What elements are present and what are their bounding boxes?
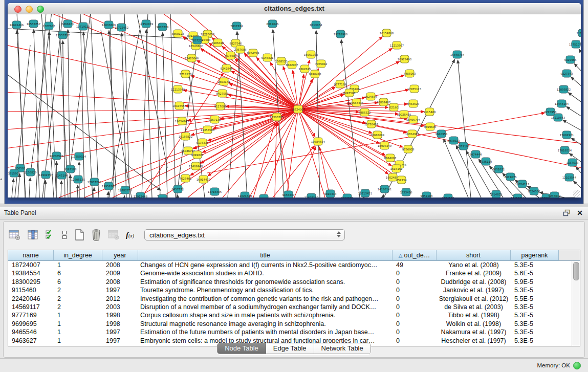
cell-in-degree[interactable]: 1 (54, 320, 102, 328)
graph-node[interactable]: 7914821 (490, 190, 502, 198)
graph-node[interactable]: 62160 (389, 103, 399, 111)
graph-node[interactable]: 19218986 (334, 30, 348, 38)
graph-node[interactable]: 12213349 (171, 85, 185, 93)
graph-node[interactable]: 9115460 (423, 108, 436, 116)
graph-node[interactable]: 7485063 (403, 70, 416, 77)
cell-short[interactable]: Franke et al. (2009) (437, 269, 511, 277)
new-table-icon[interactable] (74, 229, 84, 241)
graph-node[interactable]: 12093822 (557, 85, 571, 93)
column-header-name[interactable]: name (8, 250, 54, 261)
close-panel-icon[interactable]: ✕ (577, 209, 583, 216)
graph-node[interactable]: 15692921 (560, 131, 574, 139)
cell-in-degree[interactable]: 1 (54, 311, 102, 319)
graph-node[interactable]: 10213451 (358, 189, 372, 197)
column-header-title[interactable]: title (138, 250, 393, 261)
graph-node[interactable]: 9178334 (196, 139, 209, 146)
graph-node[interactable]: 9463627 (407, 100, 419, 107)
graph-node[interactable]: 12505135 (71, 176, 85, 183)
graph-node[interactable]: 8860123 (171, 30, 184, 37)
cell-year[interactable]: 2008 (102, 261, 138, 269)
cell-title[interactable]: Corpus callosum shape and size in male p… (138, 311, 393, 319)
graph-node[interactable]: 1362615 (298, 65, 311, 73)
tab-edge-table[interactable]: Edge Table (266, 343, 314, 354)
graph-node[interactable]: 1527602 (42, 22, 55, 30)
graph-node[interactable]: 1615152 (390, 165, 402, 172)
graph-node[interactable]: 9810413 (324, 190, 336, 198)
cell-name[interactable]: 22420046 (8, 295, 54, 303)
graph-node[interactable]: 9756928 (402, 145, 415, 153)
cell-name[interactable]: 9699695 (8, 320, 54, 328)
select-columns-icon[interactable] (46, 229, 55, 240)
table-settings-icon[interactable] (9, 229, 21, 240)
graph-node[interactable]: 16648784 (450, 51, 465, 58)
graph-node[interactable]: 8822037 (286, 61, 298, 69)
graph-node[interactable]: 12103544 (562, 173, 577, 181)
cell-short[interactable]: Tibbo et al. (1998) (437, 311, 511, 319)
graph-node[interactable]: 1145194 (55, 171, 68, 179)
graph-node[interactable]: 19654923 (405, 130, 419, 138)
right-splitter-strip[interactable] (583, 0, 588, 204)
graph-node[interactable]: 9245012 (548, 192, 560, 198)
cell-name[interactable]: 18724007 (8, 261, 54, 269)
graph-node[interactable]: 10688609 (371, 131, 385, 139)
graph-node[interactable]: 7632621 (492, 165, 505, 173)
graph-node[interactable]: 5837224 (230, 22, 243, 30)
cell-title[interactable]: Changes of HCN gene expression and I(f) … (138, 261, 393, 269)
cell-in-degree[interactable]: 6 (54, 278, 102, 286)
graph-node[interactable]: 2367608 (234, 46, 247, 53)
column-header-out-degree[interactable]: △out_de… (393, 250, 437, 261)
cell-out-degree[interactable]: 0 (393, 303, 437, 311)
cell-year[interactable]: 1998 (102, 320, 138, 328)
tab-node-table[interactable]: Node Table (217, 343, 266, 354)
close-window-button[interactable] (14, 6, 21, 13)
cell-short[interactable]: de Silva et al. (2003) (437, 303, 511, 311)
graph-node[interactable]: 8454749 (247, 49, 259, 57)
graph-node[interactable]: 8186328 (211, 39, 224, 47)
graph-node[interactable]: 9624554 (364, 93, 377, 100)
cell-out-degree[interactable]: 49 (393, 261, 437, 269)
cell-short[interactable]: Stergiakouli et al. (2012) (437, 295, 511, 303)
cell-pagerank[interactable]: 5.3E-5 (511, 303, 559, 311)
cell-name[interactable]: 9115460 (8, 286, 54, 294)
cell-title[interactable]: Estimation of the future numbers of pati… (138, 328, 393, 336)
graph-node[interactable]: 12154439 (139, 20, 154, 28)
scrollbar-thumb[interactable] (573, 262, 579, 280)
graph-node[interactable]: 16961758 (304, 51, 318, 58)
cell-in-degree[interactable]: 2 (54, 303, 102, 311)
graph-node[interactable]: 17975115 (407, 85, 421, 93)
left-splitter-strip[interactable]: ◂ (0, 0, 5, 204)
graph-node[interactable]: 9242848 (220, 64, 233, 72)
graph-node[interactable]: 3915901 (8, 169, 20, 177)
cell-title[interactable]: Tourette syndrome. Phenomenology and cla… (138, 286, 393, 294)
table-panel-titlebar[interactable]: Table Panel ✕ (0, 207, 588, 220)
graph-node[interactable]: 16914479 (197, 176, 211, 183)
graph-node[interactable]: 8813054 (310, 21, 322, 29)
graph-node[interactable]: 20691406 (10, 21, 24, 29)
graph-node[interactable]: 16154808 (380, 29, 394, 37)
graph-node[interactable]: 15751074 (569, 40, 581, 48)
graph-node[interactable]: 19166822 (179, 133, 192, 140)
graph-node[interactable]: 1733426 (400, 188, 412, 196)
cell-name[interactable]: 9465546 (8, 328, 54, 336)
cell-pagerank[interactable]: 5.3E-5 (511, 311, 559, 319)
graph-node[interactable]: 7625402 (179, 174, 191, 182)
graph-node[interactable]: 9267130 (208, 116, 221, 123)
graph-node[interactable]: 8419523 (341, 194, 353, 198)
cell-in-degree[interactable]: 1 (54, 261, 102, 269)
graph-node[interactable]: 9397588 (64, 165, 77, 173)
memory-status-indicator[interactable] (573, 362, 581, 369)
table-row[interactable]: 1456911722003Disruption of a novel membe… (8, 303, 580, 311)
graph-node[interactable]: 6379197 (457, 142, 469, 150)
table-vertical-scrollbar[interactable] (572, 261, 580, 346)
table-row[interactable]: 1872400712008Changes of HCN gene express… (8, 261, 580, 269)
table-row[interactable]: 969969511998Structural magnetic resonanc… (8, 320, 580, 328)
graph-node[interactable]: 10973493 (398, 55, 411, 63)
graph-node[interactable]: 13555737 (56, 31, 70, 39)
cell-year[interactable]: 2008 (102, 278, 138, 286)
cell-out-degree[interactable]: 0 (393, 320, 437, 328)
cell-pagerank[interactable]: 5.3E-5 (511, 328, 559, 336)
graph-node[interactable]: 6466161 (61, 20, 74, 28)
table-row[interactable]: 1938455462009Genome-wide association stu… (8, 269, 580, 277)
graph-node[interactable]: 18907249 (378, 142, 392, 149)
graph-node[interactable]: 12021448 (238, 192, 252, 198)
